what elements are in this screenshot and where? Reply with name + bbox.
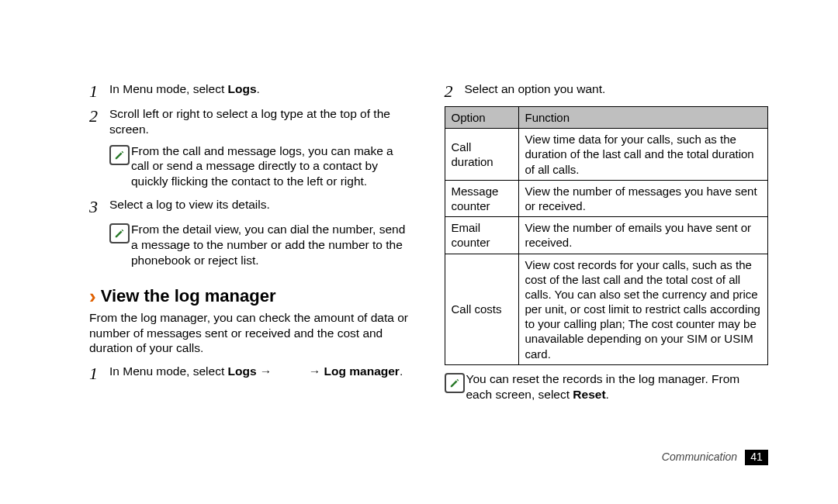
text: In Menu mode, select bbox=[109, 82, 228, 95]
page-footer: Communication 41 bbox=[662, 450, 768, 465]
step-text: In Menu mode, select Logs → → Log manage… bbox=[109, 364, 414, 382]
text: . bbox=[257, 82, 260, 95]
table-row: Call costs View cost records for your ca… bbox=[445, 254, 768, 364]
step-text: Select a log to view its details. bbox=[109, 197, 414, 216]
th-function: Function bbox=[518, 107, 768, 129]
th-option: Option bbox=[445, 107, 518, 129]
table-row: Message counter View the number of messa… bbox=[445, 180, 768, 216]
step-text: In Menu mode, select Logs. bbox=[109, 81, 414, 100]
table-header-row: Option Function bbox=[445, 107, 768, 129]
table-row: Email counter View the number of emails … bbox=[445, 217, 768, 254]
section-intro: From the log manager, you can check the … bbox=[89, 310, 414, 356]
note-text: From the detail view, you can dial the n… bbox=[131, 222, 414, 268]
note-text: You can reset the records in the log man… bbox=[466, 371, 769, 402]
step-3: 3 Select a log to view its details. bbox=[89, 197, 414, 216]
note-icon-wrap bbox=[109, 222, 131, 268]
note-block: From the call and message logs, you can … bbox=[109, 143, 414, 189]
chevron-right-icon: › bbox=[89, 286, 96, 306]
step-1: 1 In Menu mode, select Logs. bbox=[89, 81, 414, 100]
cell-function: View cost records for your calls, such a… bbox=[518, 254, 768, 364]
options-table: Option Function Call duration View time … bbox=[445, 106, 769, 365]
step-number: 3 bbox=[89, 197, 109, 216]
step-number: 2 bbox=[89, 106, 109, 137]
step-number: 2 bbox=[445, 81, 465, 100]
footer-label: Communication bbox=[662, 450, 737, 463]
right-column: 2 Select an option you want. Option Func… bbox=[445, 81, 769, 504]
bold: Log manager bbox=[324, 364, 400, 378]
section-step-1: 1 In Menu mode, select Logs → → Log mana… bbox=[89, 364, 414, 382]
table-row: Call duration View time data for your ca… bbox=[445, 129, 768, 181]
cell-option: Call costs bbox=[445, 254, 518, 364]
step-text: Scroll left or right to select a log typ… bbox=[109, 106, 414, 137]
left-column: 1 In Menu mode, select Logs. 2 Scroll le… bbox=[89, 81, 414, 504]
gap bbox=[275, 364, 309, 378]
cell-function: View time data for your calls, such as t… bbox=[518, 129, 768, 181]
text: → bbox=[257, 364, 275, 378]
step-number: 1 bbox=[89, 364, 109, 382]
note-icon-wrap bbox=[445, 371, 466, 402]
note-text: From the call and message logs, you can … bbox=[131, 143, 414, 189]
text: → bbox=[309, 364, 324, 378]
step-text: Select an option you want. bbox=[465, 81, 769, 100]
step-2-right: 2 Select an option you want. bbox=[445, 81, 769, 100]
note-block: From the detail view, you can dial the n… bbox=[109, 222, 414, 268]
section-heading: › View the log manager bbox=[89, 285, 414, 307]
cell-function: View the number of emails you have sent … bbox=[518, 217, 768, 254]
note-icon bbox=[445, 373, 465, 393]
note-icon-wrap bbox=[109, 143, 131, 189]
bold: Logs bbox=[228, 364, 257, 378]
step-2: 2 Scroll left or right to select a log t… bbox=[89, 106, 414, 137]
page: 1 In Menu mode, select Logs. 2 Scroll le… bbox=[0, 0, 838, 504]
text: . bbox=[606, 388, 609, 401]
section-title: View the log manager bbox=[101, 285, 276, 307]
page-number: 41 bbox=[745, 450, 768, 465]
note-block: You can reset the records in the log man… bbox=[445, 371, 769, 402]
cell-option: Call duration bbox=[445, 129, 518, 181]
cell-option: Email counter bbox=[445, 217, 518, 254]
cell-option: Message counter bbox=[445, 180, 518, 216]
cell-function: View the number of messages you have sen… bbox=[518, 180, 768, 216]
note-icon bbox=[109, 223, 130, 243]
step-number: 1 bbox=[89, 81, 109, 100]
text: In Menu mode, select bbox=[109, 364, 228, 378]
bold: Reset bbox=[573, 388, 605, 401]
note-icon bbox=[109, 145, 130, 165]
bold: Logs bbox=[228, 82, 257, 95]
text: . bbox=[400, 364, 403, 378]
